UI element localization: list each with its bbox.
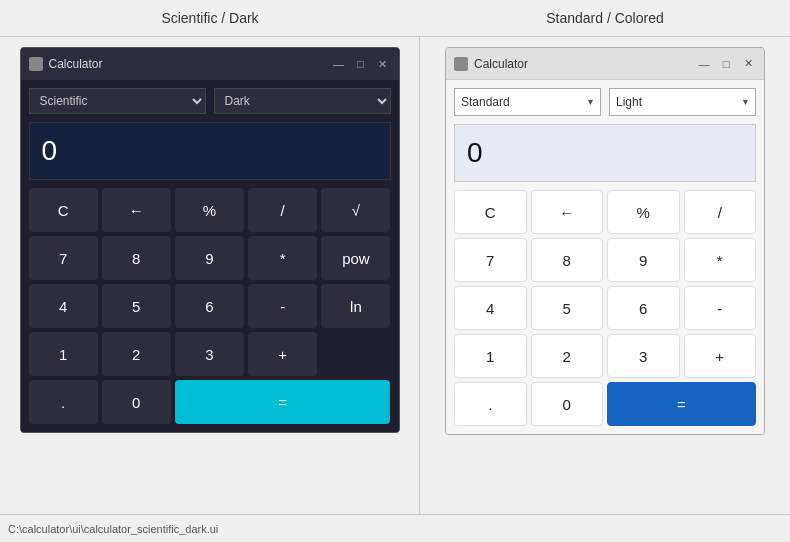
dark-selectors: Scientific Dark — [29, 88, 391, 114]
light-btn-dot[interactable]: . — [454, 382, 527, 426]
dark-btn-add[interactable]: + — [248, 332, 317, 376]
left-window-label: Scientific / Dark — [0, 10, 420, 26]
dark-btn-percent[interactable]: % — [175, 188, 244, 232]
light-calc-body: Standard Light 0 C — [446, 80, 764, 434]
light-btn-8[interactable]: 8 — [531, 238, 604, 282]
light-btn-multiply[interactable]: * — [684, 238, 757, 282]
dark-mode-selector[interactable]: Scientific — [29, 88, 206, 114]
dark-btn-8[interactable]: 8 — [102, 236, 171, 280]
light-window: Calculator — □ ✕ Standard Light — [445, 47, 765, 435]
light-btn-divide[interactable]: / — [684, 190, 757, 234]
dark-btn-3[interactable]: 3 — [175, 332, 244, 376]
dark-btn-1[interactable]: 1 — [29, 332, 98, 376]
light-maximize-btn[interactable]: □ — [718, 58, 734, 70]
dark-btn-6[interactable]: 6 — [175, 284, 244, 328]
dark-maximize-btn[interactable]: □ — [353, 58, 369, 70]
light-titlebar: Calculator — □ ✕ — [446, 48, 764, 80]
dark-btn-subtract[interactable]: - — [248, 284, 317, 328]
light-btn-percent[interactable]: % — [607, 190, 680, 234]
light-close-btn[interactable]: ✕ — [740, 57, 756, 70]
light-btn-4[interactable]: 4 — [454, 286, 527, 330]
light-mode-selector-wrap: Standard — [454, 88, 601, 116]
light-buttons-grid: C ← % / 7 8 9 * 4 5 6 - 1 2 — [454, 190, 756, 426]
dark-btn-clear[interactable]: C — [29, 188, 98, 232]
dark-title-icon — [29, 57, 43, 71]
dark-close-btn[interactable]: ✕ — [375, 58, 391, 71]
light-display-value: 0 — [467, 137, 483, 169]
light-btn-3[interactable]: 3 — [607, 334, 680, 378]
dark-titlebar: Calculator — □ ✕ — [21, 48, 399, 80]
light-display: 0 — [454, 124, 756, 182]
dark-title-text: Calculator — [49, 57, 325, 71]
dark-btn-backspace[interactable]: ← — [102, 188, 171, 232]
dark-btn-9[interactable]: 9 — [175, 236, 244, 280]
dark-btn-0[interactable]: 0 — [102, 380, 171, 424]
right-window-label: Standard / Colored — [420, 10, 790, 26]
light-btn-add[interactable]: + — [684, 334, 757, 378]
light-calculator-container: Calculator — □ ✕ Standard Light — [420, 37, 790, 514]
dark-minimize-btn[interactable]: — — [331, 58, 347, 70]
light-btn-0[interactable]: 0 — [531, 382, 604, 426]
dark-btn-2[interactable]: 2 — [102, 332, 171, 376]
light-btn-5[interactable]: 5 — [531, 286, 604, 330]
status-bar-text: C:\calculator\ui\calculator_scientific_d… — [8, 523, 218, 535]
light-theme-selector[interactable]: Light — [609, 88, 756, 116]
dark-btn-equals[interactable]: = — [175, 380, 391, 424]
dark-calc-body: Scientific Dark 0 C ← % / √ — [21, 80, 399, 432]
dark-btn-7[interactable]: 7 — [29, 236, 98, 280]
light-btn-1[interactable]: 1 — [454, 334, 527, 378]
light-selectors: Standard Light — [454, 88, 756, 116]
status-bar: C:\calculator\ui\calculator_scientific_d… — [0, 514, 790, 542]
light-btn-backspace[interactable]: ← — [531, 190, 604, 234]
dark-display: 0 — [29, 122, 391, 180]
light-title-icon — [454, 57, 468, 71]
light-btn-2[interactable]: 2 — [531, 334, 604, 378]
light-btn-subtract[interactable]: - — [684, 286, 757, 330]
dark-btn-multiply[interactable]: * — [248, 236, 317, 280]
light-btn-6[interactable]: 6 — [607, 286, 680, 330]
dark-btn-sqrt[interactable]: √ — [321, 188, 390, 232]
dark-btn-pow[interactable]: pow — [321, 236, 390, 280]
light-btn-equals[interactable]: = — [607, 382, 756, 426]
dark-buttons-grid: C ← % / √ 7 8 9 * pow 4 5 6 - ln — [29, 188, 391, 424]
dark-btn-dot[interactable]: . — [29, 380, 98, 424]
light-btn-9[interactable]: 9 — [607, 238, 680, 282]
dark-btn-divide[interactable]: / — [248, 188, 317, 232]
light-title-text: Calculator — [474, 57, 690, 71]
light-btn-clear[interactable]: C — [454, 190, 527, 234]
light-mode-selector[interactable]: Standard — [454, 88, 601, 116]
dark-btn-5[interactable]: 5 — [102, 284, 171, 328]
dark-theme-selector[interactable]: Dark — [214, 88, 391, 114]
light-btn-7[interactable]: 7 — [454, 238, 527, 282]
dark-btn-4[interactable]: 4 — [29, 284, 98, 328]
dark-btn-ln[interactable]: ln — [321, 284, 390, 328]
dark-display-value: 0 — [42, 135, 58, 167]
dark-window: Calculator — □ ✕ Scientific Dark — [20, 47, 400, 433]
light-minimize-btn[interactable]: — — [696, 58, 712, 70]
dark-calculator-container: Calculator — □ ✕ Scientific Dark — [0, 37, 420, 514]
light-theme-selector-wrap: Light — [609, 88, 756, 116]
